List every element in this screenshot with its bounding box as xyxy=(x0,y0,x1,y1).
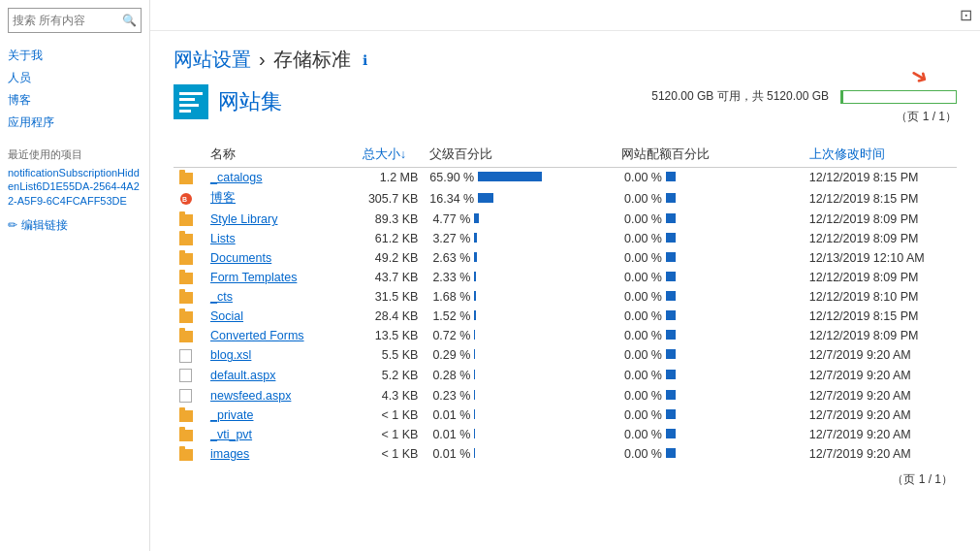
row-icon xyxy=(174,385,205,405)
row-icon xyxy=(174,168,205,188)
row-name-link[interactable]: Converted Forms xyxy=(210,329,304,342)
row-modified: 12/12/2019 8:09 PM xyxy=(804,268,957,287)
col-header-parent: 父级百分比 xyxy=(424,143,616,168)
table-row: _cts 31.5 KB 1.68 % 0.00 % xyxy=(174,287,957,307)
row-parent-pct: 16.34 % xyxy=(424,187,616,210)
row-name-link[interactable]: blog.xsl xyxy=(210,348,251,362)
row-modified: 12/12/2019 8:10 PM xyxy=(804,287,957,307)
svg-rect-0 xyxy=(174,84,208,119)
row-parent-bar xyxy=(478,171,575,184)
row-name-link[interactable]: _private xyxy=(210,408,253,422)
edit-links[interactable]: ✏ 编辑链接 xyxy=(0,210,149,238)
row-name-link[interactable]: Style Library xyxy=(210,212,277,226)
row-parent-pct: 1.52 % xyxy=(424,307,616,326)
row-modified: 12/7/2019 9:20 AM xyxy=(804,366,957,386)
row-name: Form Templates xyxy=(205,268,357,287)
row-name-link[interactable]: _vti_pvt xyxy=(210,428,252,441)
row-parent-bar xyxy=(474,408,571,422)
row-site-pct-text: 0.00 % xyxy=(621,447,662,461)
sidebar-item-people[interactable]: 人员 xyxy=(0,67,149,89)
folder-icon xyxy=(179,311,193,323)
sidebar-item-apps[interactable]: 应用程序 xyxy=(0,112,149,134)
row-name: Converted Forms xyxy=(205,326,357,345)
row-parent-pct-text: 4.77 % xyxy=(429,212,470,226)
row-size: < 1 KB xyxy=(357,405,425,425)
row-parent-bar xyxy=(474,348,571,362)
row-icon xyxy=(174,307,205,326)
row-modified: 12/7/2019 9:20 AM xyxy=(804,385,957,405)
row-modified: 12/7/2019 9:20 AM xyxy=(804,444,957,464)
pencil-icon: ✏ xyxy=(8,218,17,232)
row-size: 61.2 KB xyxy=(357,229,425,248)
row-name-link[interactable]: images xyxy=(210,447,249,461)
row-name-link[interactable]: Social xyxy=(210,309,243,323)
row-name-link[interactable]: 博客 xyxy=(210,191,236,205)
row-site-bar xyxy=(666,171,681,184)
row-site-pct: 0.00 % xyxy=(616,425,804,444)
breadcrumb-separator: › xyxy=(259,49,266,71)
row-site-bar xyxy=(666,447,681,461)
row-icon xyxy=(174,366,205,386)
table-row: _vti_pvt < 1 KB 0.01 % 0.00 % xyxy=(174,425,957,444)
row-parent-pct-text: 0.01 % xyxy=(429,408,470,422)
content-area: 网站设置 › 存储标准 ℹ 网站集 xyxy=(150,31,980,551)
row-name-link[interactable]: Lists xyxy=(210,232,236,245)
file-icon xyxy=(179,369,192,382)
file-icon xyxy=(179,349,192,363)
row-site-bar xyxy=(666,389,681,403)
pagination-top: （页 1 / 1） xyxy=(896,109,957,125)
col-header-size[interactable]: 总大小↓ xyxy=(357,143,425,168)
row-name-link[interactable]: newsfeed.aspx xyxy=(210,389,291,403)
row-name: Style Library xyxy=(205,210,357,229)
row-size: 1.2 MB xyxy=(357,168,425,188)
row-site-pct-text: 0.00 % xyxy=(621,232,662,245)
info-icon[interactable]: ℹ xyxy=(363,52,367,68)
row-site-bar xyxy=(666,212,681,226)
row-icon xyxy=(174,326,205,345)
storage-text: 5120.00 GB 可用，共 5120.00 GB xyxy=(651,88,829,105)
row-name-link[interactable]: Form Templates xyxy=(210,271,297,284)
row-site-pct-text: 0.00 % xyxy=(621,428,662,441)
row-icon xyxy=(174,229,205,248)
row-size: < 1 KB xyxy=(357,444,425,464)
folder-icon xyxy=(179,273,193,284)
sidebar-item-blog[interactable]: 博客 xyxy=(0,89,149,112)
row-parent-bar xyxy=(474,428,571,441)
row-modified: 12/7/2019 9:20 AM xyxy=(804,345,957,366)
sidebar-item-about[interactable]: 关于我 xyxy=(0,45,149,67)
row-site-bar xyxy=(666,408,681,422)
row-size: 5.2 KB xyxy=(357,366,425,386)
table-row: Style Library 89.3 KB 4.77 % 0.00 % xyxy=(174,210,957,229)
search-box[interactable]: 🔍 xyxy=(8,8,142,33)
row-name: 博客 xyxy=(205,187,357,210)
search-input[interactable] xyxy=(9,14,118,27)
table-row: _private < 1 KB 0.01 % 0.00 % xyxy=(174,405,957,425)
row-name: Social xyxy=(205,307,357,326)
row-parent-bar xyxy=(474,389,571,403)
row-name: _cts xyxy=(205,287,357,307)
row-icon xyxy=(174,210,205,229)
recent-section-label: 最近使用的项目 xyxy=(0,142,149,164)
table-row: default.aspx 5.2 KB 0.28 % 0.00 % xyxy=(174,366,957,386)
row-name-link[interactable]: default.aspx xyxy=(210,369,275,382)
row-name-link[interactable]: Documents xyxy=(210,251,271,265)
file-icon xyxy=(179,389,192,403)
row-site-pct-text: 0.00 % xyxy=(621,309,662,323)
svg-rect-3 xyxy=(179,104,199,107)
row-site-pct: 0.00 % xyxy=(616,307,804,326)
row-site-pct: 0.00 % xyxy=(616,210,804,229)
row-name-link[interactable]: _cts xyxy=(210,290,233,304)
row-site-bar xyxy=(666,428,681,441)
row-site-pct-text: 0.00 % xyxy=(621,271,662,284)
breadcrumb-parent[interactable]: 网站设置 xyxy=(174,47,251,73)
row-site-bar xyxy=(666,329,681,342)
search-icon[interactable]: 🔍 xyxy=(118,14,141,27)
col-header-modified[interactable]: 上次修改时间 xyxy=(804,143,957,168)
row-modified: 12/12/2019 8:15 PM xyxy=(804,307,957,326)
recent-item[interactable]: notificationSubscriptionHiddenList6D1E55… xyxy=(0,164,149,210)
row-parent-pct-text: 0.01 % xyxy=(429,428,470,441)
row-site-pct: 0.00 % xyxy=(616,366,804,386)
row-name: Lists xyxy=(205,229,357,248)
row-name-link[interactable]: _catalogs xyxy=(210,171,263,184)
window-icon[interactable]: ⊡ xyxy=(960,6,972,24)
